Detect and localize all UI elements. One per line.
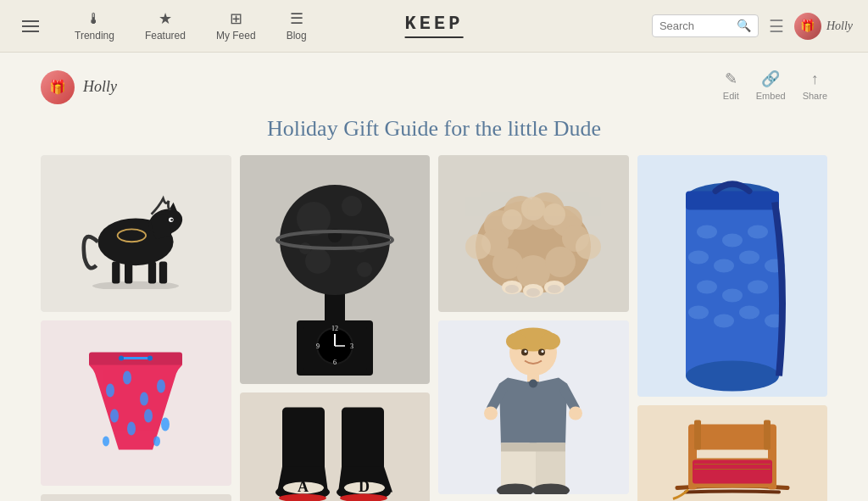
product-shoes-image: [41, 494, 231, 501]
svg-point-19: [157, 380, 165, 393]
product-boy-image: [438, 320, 629, 494]
edit-icon: ✎: [725, 70, 737, 88]
svg-point-22: [144, 409, 153, 423]
svg-rect-121: [693, 460, 772, 484]
product-shorts-image: [41, 320, 231, 486]
search-input[interactable]: [659, 19, 732, 32]
svg-point-23: [161, 418, 170, 431]
svg-point-79: [526, 288, 540, 297]
svg-point-71: [521, 197, 545, 220]
embed-icon: 🔗: [761, 70, 780, 88]
svg-point-18: [140, 392, 148, 406]
svg-point-87: [525, 350, 527, 353]
edit-label: Edit: [723, 91, 739, 101]
svg-point-108: [739, 250, 760, 264]
svg-point-115: [739, 305, 760, 319]
svg-point-24: [103, 437, 109, 447]
nav-item-trending-label: Trending: [75, 30, 114, 42]
svg-rect-54: [342, 408, 384, 471]
svg-point-105: [748, 225, 768, 238]
nav-item-myfeed-label: My Feed: [216, 30, 256, 42]
list-item[interactable]: [438, 155, 629, 312]
svg-rect-6: [148, 261, 156, 283]
menu-button[interactable]: [15, 14, 46, 39]
profile-name: Holly: [83, 78, 117, 96]
app-logo: KEEP: [405, 14, 464, 38]
product-boots-image: A D: [240, 392, 431, 501]
list-item[interactable]: 12 6 9 3: [240, 155, 431, 384]
svg-point-39: [357, 262, 372, 277]
svg-point-88: [542, 350, 544, 353]
profile-header: 🎁 Holly: [41, 70, 117, 104]
svg-point-25: [153, 437, 160, 447]
svg-text:A: A: [298, 478, 309, 495]
search-box[interactable]: 🔍: [652, 14, 759, 37]
svg-point-34: [342, 196, 362, 216]
featured-icon: ★: [159, 11, 172, 26]
svg-marker-3: [169, 202, 177, 211]
header-row: 🎁 Holly ✎ Edit 🔗 Embed ↑ Share: [41, 70, 827, 111]
collection-actions: ✎ Edit 🔗 Embed ↑ Share: [723, 70, 827, 101]
list-item[interactable]: [41, 320, 231, 486]
edit-button[interactable]: ✎ Edit: [723, 70, 739, 101]
trending-icon: 🌡: [86, 11, 102, 26]
share-button[interactable]: ↑ Share: [803, 70, 827, 101]
nav-item-myfeed[interactable]: ⊞ My Feed: [201, 4, 271, 48]
nav-item-trending[interactable]: 🌡 Trending: [59, 4, 130, 48]
svg-text:9: 9: [316, 342, 320, 350]
search-icon: 🔍: [737, 19, 751, 33]
myfeed-icon: ⊞: [230, 11, 242, 26]
collection-title: Holiday Gift Guide for the little Dude: [41, 116, 827, 142]
svg-rect-120: [688, 425, 776, 450]
list-item[interactable]: [637, 405, 828, 501]
product-globe-image: 12 6 9 3: [240, 155, 431, 384]
list-view-icon[interactable]: ☰: [769, 16, 784, 36]
product-horse-image: [41, 155, 231, 312]
svg-point-16: [106, 384, 114, 398]
svg-point-80: [548, 285, 561, 293]
nav-item-featured-label: Featured: [145, 30, 186, 42]
svg-text:6: 6: [333, 359, 337, 366]
svg-point-112: [748, 280, 768, 293]
svg-point-70: [502, 209, 522, 230]
nav-items: 🌡 Trending ★ Featured ⊞ My Feed ☰ Blog: [59, 4, 652, 48]
svg-point-95: [484, 407, 498, 420]
svg-point-103: [697, 225, 717, 238]
list-item[interactable]: [637, 155, 828, 397]
list-item[interactable]: [438, 320, 629, 494]
svg-point-74: [465, 234, 491, 259]
embed-label: Embed: [756, 91, 786, 101]
svg-point-20: [110, 409, 119, 423]
share-label: Share: [803, 91, 827, 101]
page: 🎁 Holly ✎ Edit 🔗 Embed ↑ Share Holiday G…: [27, 53, 841, 501]
svg-point-83: [506, 333, 526, 350]
nav-item-featured[interactable]: ★ Featured: [130, 4, 201, 48]
svg-point-72: [543, 203, 565, 225]
share-icon: ↑: [811, 70, 819, 88]
nav-item-blog[interactable]: ☰ Blog: [271, 4, 322, 48]
svg-point-21: [127, 422, 136, 436]
svg-point-101: [686, 360, 779, 391]
user-avatar[interactable]: 🎁 Holly: [794, 13, 853, 40]
list-item[interactable]: A D: [240, 392, 431, 501]
svg-point-10: [171, 218, 174, 220]
nav-item-blog-label: Blog: [287, 30, 307, 42]
list-item[interactable]: [41, 494, 231, 501]
svg-point-15: [147, 356, 153, 361]
embed-button[interactable]: 🔗 Embed: [756, 70, 786, 101]
profile-avatar: 🎁: [41, 70, 75, 104]
avatar-image: 🎁: [794, 13, 821, 40]
user-name: Holly: [826, 19, 853, 33]
svg-rect-31: [325, 291, 345, 325]
svg-rect-5: [125, 261, 132, 283]
svg-point-14: [119, 356, 124, 361]
svg-point-107: [714, 259, 734, 272]
svg-rect-124: [694, 420, 701, 450]
list-item[interactable]: [41, 155, 231, 312]
svg-text:D: D: [359, 478, 370, 495]
svg-point-104: [722, 233, 743, 247]
svg-rect-94: [501, 443, 565, 452]
svg-rect-125: [764, 420, 771, 450]
svg-rect-102: [686, 191, 779, 209]
product-slippers-image: [438, 155, 629, 312]
